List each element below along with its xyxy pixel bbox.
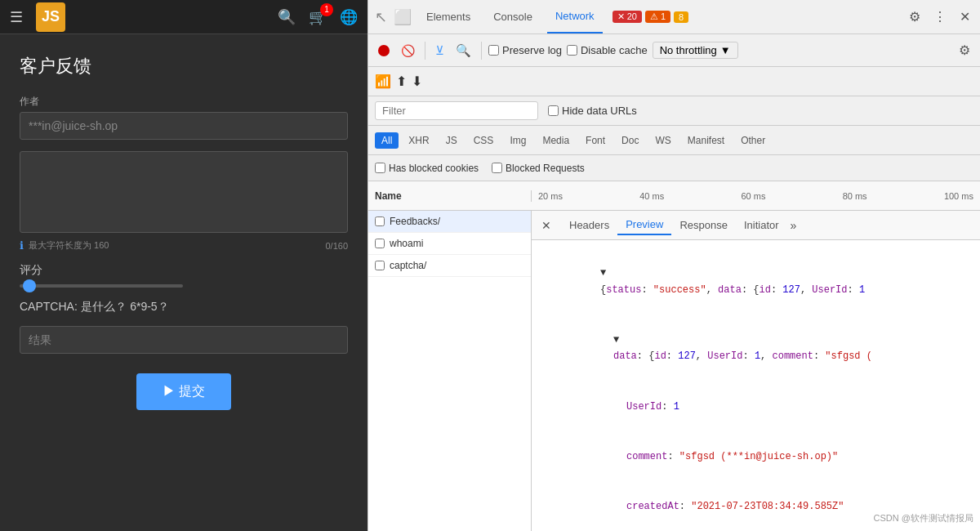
detail-close-icon[interactable]: ✕: [538, 216, 555, 235]
type-btn-css[interactable]: CSS: [467, 132, 501, 149]
feedbacks-checkbox[interactable]: [375, 216, 385, 226]
hide-data-urls-checkbox[interactable]: [548, 105, 559, 116]
record-button[interactable]: [375, 42, 393, 60]
stop-button[interactable]: 🚫: [398, 41, 418, 60]
captcha-label: captcha/: [390, 260, 426, 271]
tab-console[interactable]: Console: [485, 0, 541, 33]
info-icon: ℹ: [20, 239, 24, 252]
main-content: Feedbacks/ whoami captcha/ ✕ Headers Pre…: [368, 211, 980, 531]
request-feedbacks[interactable]: Feedbacks/: [368, 211, 531, 233]
expand-arrow-2[interactable]: ▼: [613, 334, 619, 346]
rating-slider-thumb[interactable]: [23, 279, 36, 292]
disable-cache-checkbox[interactable]: [567, 45, 577, 56]
captcha-question: 6*9-5？: [130, 300, 168, 313]
json-line-3: UserId: 1: [541, 382, 970, 431]
separator-2: [481, 42, 482, 60]
whoami-checkbox[interactable]: [375, 239, 385, 248]
filter-icon: ⊻: [435, 43, 444, 58]
wifi-icon: 📶: [375, 74, 391, 89]
detail-tab-headers[interactable]: Headers: [561, 216, 617, 234]
settings-icon[interactable]: ⚙: [906, 6, 924, 28]
request-captcha[interactable]: captcha/: [368, 255, 531, 277]
detail-tab-initiator[interactable]: Initiator: [736, 216, 787, 234]
detail-tab-preview[interactable]: Preview: [617, 215, 671, 235]
type-btn-other[interactable]: Other: [734, 132, 772, 149]
request-whoami[interactable]: whoami: [368, 233, 531, 255]
author-input[interactable]: [20, 112, 348, 140]
detail-panel: ✕ Headers Preview Response Initiator » ▼…: [532, 211, 980, 531]
feedbacks-label: Feedbacks/: [390, 216, 440, 227]
no-throttling-label: No throttling: [660, 44, 717, 56]
type-btn-font[interactable]: Font: [579, 132, 612, 149]
globe-icon[interactable]: 🌐: [340, 8, 358, 26]
search-icon[interactable]: 🔍: [278, 8, 296, 26]
rating-slider-track[interactable]: [20, 284, 183, 288]
type-btn-ws[interactable]: WS: [648, 132, 677, 149]
json-line-2: ▼ data: {id: 127, UserId: 1, comment: "s…: [541, 315, 970, 382]
mark-100ms: 100 ms: [944, 191, 973, 201]
search-icon: 🔍: [456, 43, 471, 58]
captcha-section: CAPTCHA: 是什么？ 6*9-5？: [20, 299, 348, 315]
detail-more-icon[interactable]: »: [791, 219, 797, 232]
network-settings-icon[interactable]: ⚙: [956, 39, 973, 61]
blocked-requests-group[interactable]: Blocked Requests: [492, 163, 585, 174]
tab-elements[interactable]: Elements: [418, 0, 479, 33]
comment-field-group: ℹ 最大字符长度为 160 0/160: [20, 151, 348, 252]
char-info: ℹ 最大字符长度为 160 0/160: [20, 239, 348, 252]
upload-icon: ⬆: [396, 74, 407, 89]
captcha-result-input[interactable]: [20, 326, 348, 354]
blocked-requests-checkbox[interactable]: [492, 163, 502, 173]
mark-60ms: 60 ms: [741, 191, 765, 201]
type-btn-img[interactable]: Img: [503, 132, 532, 149]
expand-arrow-1[interactable]: ▼: [600, 267, 606, 279]
preserve-log-group[interactable]: Preserve log: [488, 44, 562, 56]
type-btn-media[interactable]: Media: [536, 132, 576, 149]
captcha-checkbox[interactable]: [375, 261, 385, 270]
filter-input[interactable]: [375, 101, 538, 120]
search-button[interactable]: 🔍: [452, 40, 474, 61]
form-area: 客户反馈 作者 ℹ 最大字符长度为 160 0/160 评分 CAPTCHA: …: [0, 34, 368, 531]
preserve-log-label: Preserve log: [502, 44, 562, 56]
left-panel: ☰ JS 🔍 🛒 1 🌐 客户反馈 作者 ℹ 最大字符长度为 160 0/160: [0, 0, 368, 531]
has-blocked-cookies-group[interactable]: Has blocked cookies: [375, 163, 479, 174]
type-btn-manifest[interactable]: Manifest: [681, 132, 731, 149]
preview-content: ▼ {status: "success", data: {id: 127, Us…: [532, 240, 980, 531]
author-field-group: 作者: [20, 95, 348, 140]
close-devtools-icon[interactable]: ✕: [956, 6, 973, 28]
network-toolbar: 🚫 ⊻ 🔍 Preserve log Disable cache No thro…: [368, 34, 980, 67]
comment-textarea[interactable]: [20, 151, 348, 233]
tab-network[interactable]: Network: [547, 0, 603, 33]
submit-label: ▶ 提交: [163, 383, 205, 400]
filter-toggle-button[interactable]: ⊻: [432, 40, 448, 61]
captcha-label: CAPTCHA: 是什么？: [20, 300, 127, 313]
submit-button[interactable]: ▶ 提交: [136, 373, 231, 410]
type-btn-xhr[interactable]: XHR: [402, 132, 435, 149]
detail-tab-response[interactable]: Response: [671, 216, 736, 234]
disable-cache-group[interactable]: Disable cache: [567, 44, 648, 56]
cart-icon-wrapper[interactable]: 🛒 1: [309, 8, 327, 26]
responsive-icon[interactable]: ⬜: [394, 8, 412, 26]
more-dots-icon[interactable]: ⋮: [930, 6, 950, 28]
whoami-label: whoami: [390, 238, 423, 249]
cookie-filter-bar: Has blocked cookies Blocked Requests: [368, 155, 980, 181]
inspect-icon[interactable]: ↖: [375, 8, 387, 26]
char-count: 0/160: [325, 241, 348, 251]
result-field-group: [20, 326, 348, 354]
name-panel: Feedbacks/ whoami captcha/: [368, 211, 532, 531]
hide-data-urls-group[interactable]: Hide data URLs: [548, 105, 637, 117]
author-label: 作者: [20, 95, 348, 109]
type-btn-all[interactable]: All: [375, 132, 399, 149]
hide-data-urls-label: Hide data URLs: [562, 105, 637, 117]
timeline-marks: 20 ms 40 ms 60 ms 80 ms 100 ms: [538, 191, 973, 201]
disable-cache-label: Disable cache: [581, 44, 648, 56]
devtools-panel: ↖ ⬜ Elements Console Network ✕ 20 ⚠ 1 8 …: [368, 0, 980, 531]
preserve-log-checkbox[interactable]: [488, 45, 499, 56]
hamburger-icon[interactable]: ☰: [10, 8, 23, 26]
type-btn-doc[interactable]: Doc: [615, 132, 645, 149]
throttle-dropdown[interactable]: No throttling ▼: [653, 42, 738, 59]
name-column-header: Name: [368, 190, 532, 202]
separator-1: [425, 42, 425, 60]
mark-20ms: 20 ms: [538, 191, 563, 201]
has-blocked-cookies-checkbox[interactable]: [375, 163, 385, 173]
type-btn-js[interactable]: JS: [439, 132, 464, 149]
